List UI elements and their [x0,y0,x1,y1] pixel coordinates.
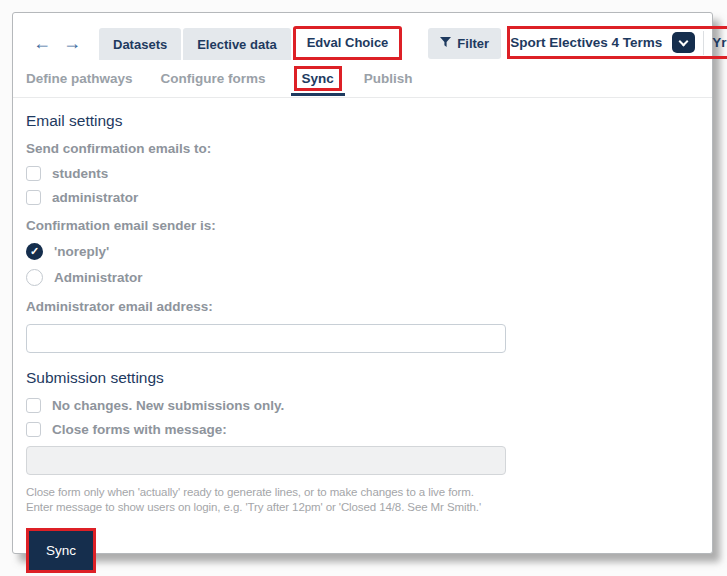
send-confirmation-label: Send confirmation emails to: [26,141,712,156]
tab-elective-data[interactable]: Elective data [183,28,291,60]
close-forms-checkbox[interactable] [26,422,41,437]
noreply-radio-label: 'noreply' [54,244,109,259]
sync-button[interactable]: Sync [29,531,93,570]
email-settings-heading: Email settings [26,112,712,130]
noreply-radio[interactable]: ✓ [26,243,43,260]
sender-label: Confirmation email sender is: [26,218,712,233]
tab-edval-choice[interactable]: Edval Choice [293,26,403,60]
close-forms-checkbox-row: Close forms with message: [26,422,712,437]
subnav-sync[interactable]: Sync [294,66,342,91]
chevron-down-icon [679,36,689,46]
administrator-radio-label: Administrator [54,270,143,285]
annotation-box-filters: Sport Electives 4 Terms Yr11 [507,26,727,59]
administrator-checkbox[interactable] [26,190,41,205]
no-changes-checkbox-row: No changes. New submissions only. [26,398,712,413]
history-nav: ← → [33,34,81,52]
help-text: Close form only when 'actually' ready to… [26,485,712,515]
subnav: Define pathways Configure forms Sync Pub… [13,60,712,98]
administrator-radio-row: Administrator [26,269,712,286]
students-checkbox-row: students [26,166,712,181]
administrator-checkbox-label: administrator [52,190,138,205]
app-window: ← → Datasets Elective data Edval Choice … [12,12,713,554]
dataset-dropdown[interactable]: Sport Electives 4 Terms [510,32,695,53]
close-message-input[interactable] [26,446,506,475]
admin-email-input[interactable] [26,324,506,353]
no-changes-checkbox[interactable] [26,398,41,413]
tab-datasets[interactable]: Datasets [99,28,181,60]
close-forms-checkbox-label: Close forms with message: [52,422,227,437]
filter-button[interactable]: Filter [428,28,501,59]
no-changes-checkbox-label: No changes. New submissions only. [52,398,284,413]
screenshot-stage: ← → Datasets Elective data Edval Choice … [0,0,727,576]
annotation-box-sync-button: Sync [26,528,96,573]
submission-settings-heading: Submission settings [26,369,712,387]
students-checkbox[interactable] [26,166,41,181]
administrator-checkbox-row: administrator [26,190,712,205]
subnav-configure-forms[interactable]: Configure forms [161,71,266,86]
help-text-line-2: Enter message to show users on login, e.… [26,500,712,515]
dataset-dropdown-button[interactable] [672,32,695,53]
administrator-radio[interactable] [26,269,43,286]
help-text-line-1: Close form only when 'actually' ready to… [26,485,712,500]
check-icon: ✓ [30,245,39,258]
active-tab-underline [291,93,345,96]
sync-settings-panel: Email settings Send confirmation emails … [13,98,712,573]
noreply-radio-row: ✓ 'noreply' [26,243,712,260]
forward-arrow-icon[interactable]: → [63,34,81,52]
subnav-sync-label: Sync [302,71,334,86]
students-checkbox-label: students [52,166,108,181]
toolbar: ← → Datasets Elective data Edval Choice … [13,13,712,60]
subnav-define-pathways[interactable]: Define pathways [26,71,133,86]
year-dropdown-value: Yr11 [712,35,727,50]
year-dropdown[interactable]: Yr11 [712,32,727,53]
dataset-dropdown-value: Sport Electives 4 Terms [510,35,662,50]
back-arrow-icon[interactable]: ← [33,34,51,52]
admin-email-label: Administrator email address: [26,299,712,314]
filter-label: Filter [457,36,489,51]
dropdown-divider [703,31,704,55]
subnav-publish[interactable]: Publish [364,71,413,86]
filter-icon [440,36,451,51]
